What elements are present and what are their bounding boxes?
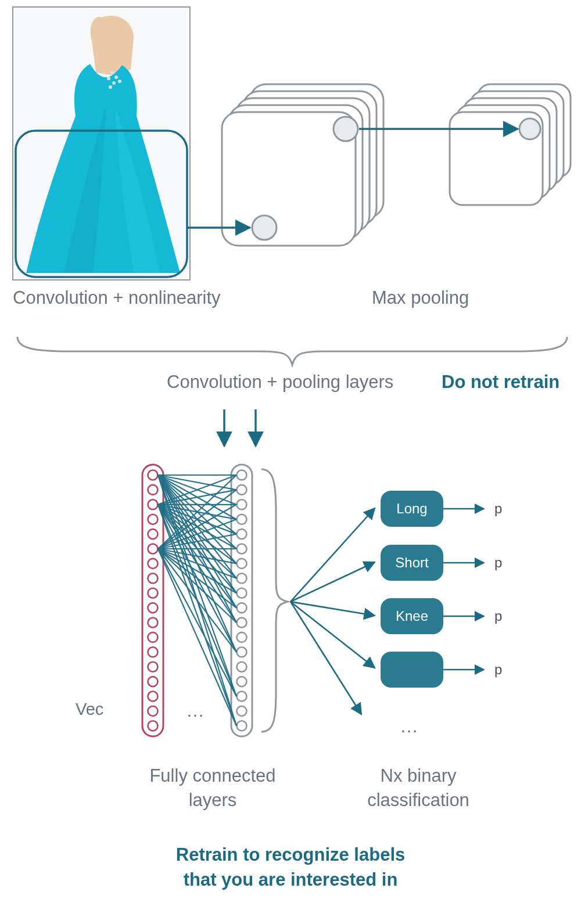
nx-binary-label: Nx binaryclassification (349, 764, 488, 812)
vec-label: Vec (76, 700, 103, 719)
svg-point-45 (237, 470, 247, 480)
svg-line-109 (290, 602, 361, 714)
svg-point-35 (148, 588, 158, 598)
svg-point-29 (148, 499, 158, 509)
svg-point-6 (109, 85, 112, 89)
svg-point-27 (148, 470, 158, 480)
fc-ellipsis: … (186, 700, 207, 721)
cls-ellipsis: … (400, 716, 421, 737)
max-pool-label: Max pooling (372, 287, 469, 308)
svg-point-52 (237, 573, 247, 583)
svg-point-55 (237, 618, 247, 628)
svg-point-46 (237, 485, 247, 495)
svg-point-38 (148, 632, 158, 642)
probability-label: p (494, 501, 502, 516)
svg-point-48 (237, 515, 247, 524)
conv-stack-2 (450, 84, 571, 205)
svg-line-108 (290, 602, 375, 668)
classifier-boxes: LongpShortpKneepp (381, 491, 502, 688)
svg-point-14 (333, 117, 358, 141)
svg-point-30 (148, 515, 158, 524)
svg-point-5 (118, 80, 121, 83)
svg-point-49 (237, 529, 247, 539)
svg-point-43 (148, 706, 158, 716)
conv-pool-layers-label: Convolution + pooling layers (167, 372, 393, 393)
svg-point-54 (237, 603, 247, 613)
conv-nonlin-label: Convolution + nonlinearity (13, 287, 221, 308)
svg-point-51 (237, 559, 247, 569)
svg-point-28 (148, 485, 158, 495)
svg-point-60 (237, 692, 247, 702)
probability-label: p (494, 608, 502, 624)
svg-point-42 (148, 692, 158, 702)
svg-point-56 (237, 632, 247, 642)
svg-point-40 (148, 662, 158, 672)
svg-point-47 (237, 499, 247, 509)
svg-point-59 (237, 677, 247, 686)
svg-point-61 (237, 706, 247, 716)
svg-line-105 (290, 508, 375, 602)
cnn-top-diagram (0, 0, 581, 407)
svg-point-2 (114, 75, 118, 79)
svg-point-32 (148, 544, 158, 554)
class-box-label: Short (395, 555, 429, 570)
svg-point-50 (237, 544, 247, 554)
svg-line-106 (290, 562, 375, 602)
svg-point-31 (148, 529, 158, 539)
svg-point-44 (148, 721, 158, 731)
svg-point-34 (148, 573, 158, 583)
svg-point-37 (148, 618, 158, 628)
svg-point-39 (148, 647, 158, 657)
input-image (13, 7, 190, 280)
svg-point-36 (148, 603, 158, 613)
probability-label: p (494, 661, 502, 677)
svg-point-41 (148, 677, 158, 686)
svg-point-57 (237, 647, 247, 657)
svg-line-107 (290, 602, 375, 616)
svg-point-53 (237, 588, 247, 598)
class-box-label: Knee (396, 608, 428, 624)
svg-point-21 (519, 118, 540, 139)
svg-rect-113 (381, 652, 443, 688)
svg-point-33 (148, 559, 158, 569)
svg-point-4 (112, 81, 116, 85)
svg-point-1 (110, 71, 114, 74)
svg-line-101 (158, 549, 236, 623)
svg-point-3 (107, 77, 110, 80)
conv-stack-1 (222, 84, 383, 246)
svg-point-58 (237, 662, 247, 672)
probability-label: p (494, 555, 502, 570)
class-box-label: Long (396, 501, 427, 516)
fc-layers-label: Fully connectedlayers (137, 764, 288, 812)
fc-bottom-diagram: LongpShortpKneepp (0, 407, 581, 825)
do-not-retrain-label: Do not retrain (442, 372, 560, 393)
retrain-label: Retrain to recognize labelsthat you are … (0, 842, 581, 893)
svg-point-13 (252, 215, 277, 240)
svg-point-62 (237, 721, 247, 731)
